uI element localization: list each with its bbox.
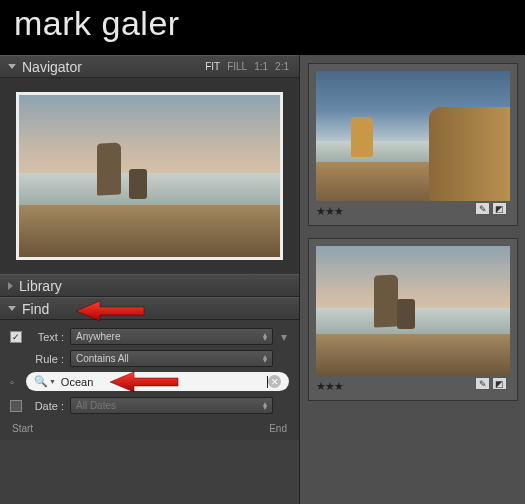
metadata-badge-icon[interactable]: ✎ <box>475 377 490 390</box>
zoom-options: FIT FILL 1:1 2:1 <box>203 61 291 72</box>
search-input[interactable] <box>61 376 267 388</box>
search-menu-icon[interactable]: ▼ <box>49 378 56 385</box>
date-checkbox[interactable] <box>10 400 22 412</box>
crop-badge-icon[interactable]: ◩ <box>492 377 507 390</box>
text-label: Text : <box>28 331 64 343</box>
zoom-1to1[interactable]: 1:1 <box>252 61 270 72</box>
navigator-panel-header[interactable]: Navigator FIT FILL 1:1 2:1 <box>0 55 299 78</box>
thumbnail-image <box>316 246 510 376</box>
navigator-preview[interactable] <box>0 78 299 274</box>
navigator-title: Navigator <box>22 59 203 75</box>
disclosure-right-icon <box>8 282 13 290</box>
date-value: All Dates <box>76 400 116 411</box>
select-arrows-icon: ▴▾ <box>263 355 267 363</box>
zoom-2to1[interactable]: 2:1 <box>273 61 291 72</box>
metadata-badge-icon[interactable]: ✎ <box>475 202 490 215</box>
find-title: Find <box>22 301 291 317</box>
rule-label: Rule : <box>28 353 64 365</box>
zoom-fit[interactable]: FIT <box>203 61 222 72</box>
find-panel-header[interactable]: Find <box>0 297 299 320</box>
rule-value: Contains All <box>76 353 129 364</box>
library-title: Library <box>19 278 291 294</box>
text-scope-value: Anywhere <box>76 331 120 342</box>
left-panel: Navigator FIT FILL 1:1 2:1 Library Find <box>0 55 300 504</box>
navigator-image <box>16 92 283 260</box>
text-checkbox[interactable]: ✓ <box>10 331 22 343</box>
library-panel-header[interactable]: Library <box>0 274 299 297</box>
find-panel-body: ✓ Text : Anywhere ▴▾ ▾ Rule : Contains A… <box>0 320 299 440</box>
thumbnail-cell[interactable]: ★★★ ✎ ◩ <box>308 238 518 401</box>
text-scope-select[interactable]: Anywhere ▴▾ <box>70 328 273 345</box>
magnifier-icon: 🔍 <box>34 375 48 388</box>
brand-first: mark <box>14 4 92 42</box>
date-select[interactable]: All Dates ▴▾ <box>70 397 273 414</box>
date-end-label: End <box>269 423 287 434</box>
thumbnail-grid: ★★★ ✎ ◩ ★★★ ✎ ◩ <box>300 55 525 504</box>
brand-last: galer <box>102 4 180 42</box>
date-start-label: Start <box>12 423 33 434</box>
thumbnail-cell[interactable]: ★★★ ✎ ◩ <box>308 63 518 226</box>
search-indicator-icon: ◦ <box>10 376 14 388</box>
crop-badge-icon[interactable]: ◩ <box>492 202 507 215</box>
brand-title: mark galer <box>14 4 511 43</box>
disclosure-down-icon <box>8 64 16 69</box>
search-field[interactable]: 🔍 ▼ ✕ <box>26 372 289 391</box>
panel-options-icon[interactable]: ▾ <box>279 330 289 344</box>
disclosure-down-icon <box>8 306 16 311</box>
select-arrows-icon: ▴▾ <box>263 402 267 410</box>
rule-select[interactable]: Contains All ▴▾ <box>70 350 273 367</box>
date-label: Date : <box>28 400 64 412</box>
zoom-fill[interactable]: FILL <box>225 61 249 72</box>
clear-search-icon[interactable]: ✕ <box>268 375 281 388</box>
app-header: mark galer <box>0 0 525 55</box>
thumbnail-image <box>316 71 510 201</box>
select-arrows-icon: ▴▾ <box>263 333 267 341</box>
